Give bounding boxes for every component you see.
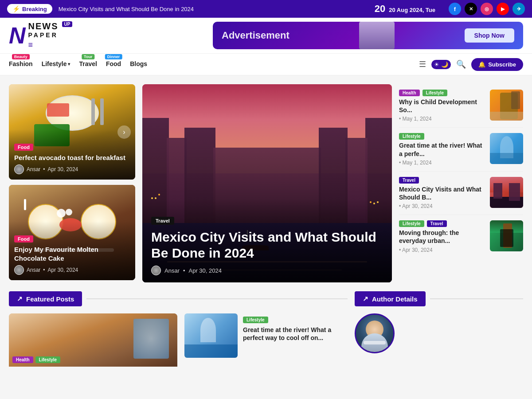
sidebar-title-1: Why is Child Development So... xyxy=(399,98,485,114)
featured-big-tag-lifestyle: Lifestyle xyxy=(35,356,61,363)
chevron-down-icon: ▾ xyxy=(68,62,70,66)
venice-thumb-image xyxy=(490,177,523,208)
author-info xyxy=(355,313,523,353)
article-1-avatar xyxy=(14,164,24,174)
featured-arrow-icon: ↗ xyxy=(17,295,23,303)
sidebar-article-3-tags: Travel xyxy=(399,177,485,184)
nav-item-blogs[interactable]: Blogs xyxy=(130,60,147,68)
subscribe-button[interactable]: 🔔 Subscribe xyxy=(471,58,523,71)
featured-content-row: Health Lifestyle Lifestyle Great time at… xyxy=(9,313,348,367)
twitter-icon[interactable]: ✕ xyxy=(465,3,477,15)
sidebar-article-2[interactable]: Lifestyle Great time at the river! What … xyxy=(399,128,523,171)
center-author-name: Ansar xyxy=(164,267,180,274)
article-1-date: Apr 30, 2024 xyxy=(48,166,78,172)
featured-small-text: Lifestyle Great time at the river! What … xyxy=(243,313,348,358)
sidebar-article-4-text: Lifestyle Travel Moving through: the eve… xyxy=(399,220,485,253)
sidebar-article-4[interactable]: Lifestyle Travel Moving through: the eve… xyxy=(399,215,523,258)
sidebar-article-2-text: Lifestyle Great time at the river! What … xyxy=(399,133,485,165)
article-2-avatar xyxy=(14,265,24,275)
sidebar-title-2: Great time at the river! What a perfe... xyxy=(399,141,485,157)
logo-up: UP xyxy=(62,21,73,27)
left-article-1[interactable]: Food Perfect avocado toast for breakfast… xyxy=(9,84,135,180)
sidebar-article-3[interactable]: Travel Mexico City Visits and What Shoul… xyxy=(399,172,523,215)
telegram-icon[interactable]: ✈ xyxy=(512,3,525,15)
sidebar-date-dash-3: • xyxy=(399,203,402,209)
author-divider xyxy=(430,298,523,299)
logo-paper: PAPER xyxy=(28,31,73,39)
ad-person-image xyxy=(359,22,395,49)
tag-lifestyle-2: Lifestyle xyxy=(399,133,424,140)
article-2-overlay: Food Enjoy My Favourite Molten Chocolate… xyxy=(9,221,135,280)
theme-toggle[interactable]: ☀ 🌙 xyxy=(431,60,451,69)
author-avatar-image xyxy=(355,313,395,353)
nav-label-lifestyle: Lifestyle xyxy=(42,60,67,67)
breaking-right: 20 20 Aug 2024, Tue f ✕ ◎ ▶ ✈ xyxy=(375,3,525,15)
sidebar-date-dash-1: • xyxy=(399,116,403,122)
nav-left: Beauty Fashion Lifestyle ▾ Tour Travel D… xyxy=(9,60,147,68)
sidebar-article-2-tags: Lifestyle xyxy=(399,133,485,140)
article-2-tag: Food xyxy=(14,235,33,243)
bottom-row: ↗ Featured Posts Health Lifestyle xyxy=(9,291,523,367)
center-column: Travel Mexico City Visits and What Shoul… xyxy=(142,84,392,282)
right-sidebar: Health Lifestyle Why is Child Developmen… xyxy=(399,84,523,282)
article-1-tag: Food xyxy=(14,144,33,151)
logo[interactable]: N NEWS UP PAPER ≡ xyxy=(9,21,72,50)
forest-thumb-image xyxy=(490,220,523,251)
sidebar-date-text-4: Apr 30, 2024 xyxy=(402,247,433,253)
article-1-meta: Ansar • Apr 30, 2024 xyxy=(14,164,130,174)
featured-small-card[interactable]: Lifestyle Great time at the river! What … xyxy=(184,313,348,358)
sidebar-thumb-3 xyxy=(490,177,523,208)
logo-lines-icon: ≡ xyxy=(28,40,73,50)
left-article-2[interactable]: Food Enjoy My Favourite Molten Chocolate… xyxy=(9,185,135,280)
sidebar-title-3: Mexico City Visits and What Should B... xyxy=(399,185,485,201)
center-article-date: Apr 30, 2024 xyxy=(189,267,222,274)
sidebar-thumb-4 xyxy=(490,220,523,251)
featured-small-title: Great time at the river! What a perfect … xyxy=(243,326,348,342)
breaking-tag: ⚡ Breaking xyxy=(7,4,52,14)
article-1-author: Ansar xyxy=(27,166,40,172)
instagram-icon[interactable]: ◎ xyxy=(481,3,493,15)
sidebar-date-dash-2: • xyxy=(399,160,403,166)
logo-letter: N xyxy=(9,24,26,47)
breaking-date: 20 20 Aug 2024, Tue xyxy=(375,3,437,15)
center-article[interactable]: Travel Mexico City Visits and What Shoul… xyxy=(142,84,392,282)
hamburger-menu-icon[interactable]: ☰ xyxy=(419,59,426,69)
navigation: Beauty Fashion Lifestyle ▾ Tour Travel D… xyxy=(0,53,532,75)
center-author-avatar xyxy=(151,266,161,275)
nav-item-lifestyle[interactable]: Lifestyle ▾ xyxy=(42,60,70,68)
date-text: 20 Aug 2024, Tue xyxy=(389,7,435,13)
tag-travel-4: Travel xyxy=(427,220,447,227)
article-2-author: Ansar xyxy=(27,267,40,273)
nav-item-food[interactable]: Dinner Food xyxy=(106,60,121,68)
article-1-arrow-icon[interactable]: › xyxy=(117,125,131,139)
nav-item-fashion[interactable]: Beauty Fashion xyxy=(9,60,33,68)
nav-label-food: Food xyxy=(106,60,121,67)
nav-badge-tour: Tour xyxy=(82,54,94,59)
sidebar-date-text-1: May 1, 2024 xyxy=(403,116,432,122)
facebook-icon[interactable]: f xyxy=(449,3,461,15)
author-details-header: ↗ Author Details xyxy=(355,291,523,306)
sidebar-date-dash-4: • xyxy=(399,247,402,253)
featured-small-tag: Lifestyle xyxy=(243,317,268,323)
breaking-label: Breaking xyxy=(22,6,47,12)
shop-now-button[interactable]: Shop Now xyxy=(465,28,514,43)
sidebar-date-text-2: May 1, 2024 xyxy=(403,160,432,166)
featured-big-tag-health: Health xyxy=(12,356,33,363)
article-2-dot: • xyxy=(43,267,45,273)
sidebar-article-1[interactable]: Health Lifestyle Why is Child Developmen… xyxy=(399,84,523,128)
sun-icon: ☀ xyxy=(434,61,439,68)
sidebar-article-3-text: Travel Mexico City Visits and What Shoul… xyxy=(399,177,485,209)
sidebar-title-4: Moving through: the everyday urban... xyxy=(399,229,485,245)
tag-health-1: Health xyxy=(399,90,420,96)
youtube-icon[interactable]: ▶ xyxy=(497,3,509,15)
header: N NEWS UP PAPER ≡ Advertisement Shop Now xyxy=(0,18,532,53)
sidebar-date-text-3: Apr 30, 2024 xyxy=(402,203,433,209)
search-icon[interactable]: 🔍 xyxy=(456,59,466,69)
featured-big-card[interactable]: Health Lifestyle xyxy=(9,313,177,367)
nav-item-travel[interactable]: Tour Travel xyxy=(79,60,97,68)
featured-posts-title-button[interactable]: ↗ Featured Posts xyxy=(9,291,82,306)
featured-posts-header: ↗ Featured Posts xyxy=(9,291,348,306)
author-details-title-button[interactable]: ↗ Author Details xyxy=(355,291,426,306)
article-2-title: Enjoy My Favourite Molten Chocolate Cake xyxy=(14,245,130,262)
nav-right: ☰ ☀ 🌙 🔍 🔔 Subscribe xyxy=(419,58,523,71)
